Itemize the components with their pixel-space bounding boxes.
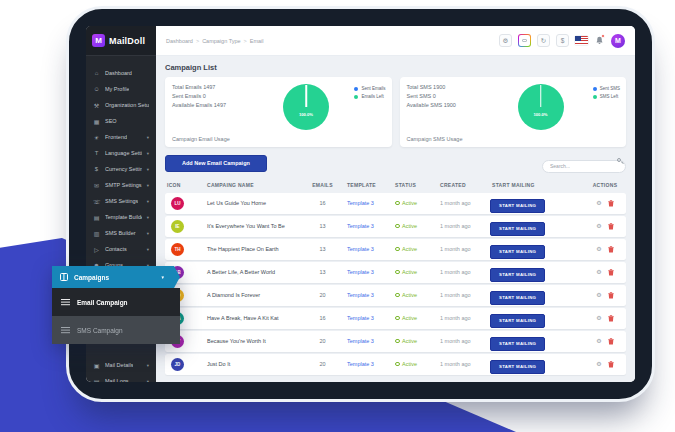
- delete-button[interactable]: [608, 246, 614, 253]
- start-mailing-cell: START MAILING: [490, 354, 584, 374]
- table-row: JDJust Do It20Template 3Active1 month ag…: [165, 354, 626, 375]
- search-input[interactable]: [542, 160, 626, 173]
- row-settings-icon[interactable]: ⚙: [596, 269, 601, 275]
- sidebar-item-seo[interactable]: ▦SEO: [86, 113, 156, 129]
- emails-count: 20: [300, 338, 345, 344]
- delete-button[interactable]: [608, 223, 614, 230]
- template-icon: ▤: [93, 214, 100, 221]
- template-link[interactable]: Template 3: [345, 200, 393, 206]
- row-settings-icon[interactable]: ⚙: [596, 246, 601, 252]
- delete-button[interactable]: [608, 292, 614, 299]
- start-mailing-button[interactable]: START MAILING: [490, 268, 545, 282]
- template-link[interactable]: Template 3: [345, 361, 393, 367]
- notifications-bell-icon[interactable]: [594, 35, 605, 46]
- sidebar-item-sms-settings[interactable]: ☏SMS Settings▾: [86, 193, 156, 209]
- theme-icon[interactable]: [518, 34, 531, 47]
- legend-entry: SMS Left: [593, 94, 620, 99]
- menu-item-sms-campaign[interactable]: SMS Campaign: [52, 316, 180, 344]
- start-mailing-button[interactable]: START MAILING: [490, 199, 545, 213]
- brand-logo[interactable]: M MailDoll: [86, 26, 156, 56]
- sidebar-item-template-builder[interactable]: ▤Template Builder▾: [86, 209, 156, 225]
- settings-icon[interactable]: ⚙: [499, 34, 512, 47]
- email-pie-chart: 100.0%: [283, 84, 329, 130]
- sidebar-item-label: Template Builder: [105, 214, 142, 220]
- row-settings-icon[interactable]: ⚙: [596, 223, 601, 229]
- sidebar-item-label: Contacts: [105, 246, 127, 252]
- campaign-avatar: JD: [171, 358, 184, 371]
- sidebar-item-frontend[interactable]: ☀Frontend▾: [86, 129, 156, 145]
- status-badge: Active: [393, 361, 438, 367]
- legend-dot: [593, 95, 597, 99]
- legend-label: Emails Left: [361, 94, 383, 99]
- start-mailing-button[interactable]: START MAILING: [490, 291, 545, 305]
- profile-avatar[interactable]: M: [611, 34, 625, 48]
- pie-percentage-label: 100.0%: [283, 112, 329, 117]
- campaign-table: LULet Us Guide You Home16Template 3Activ…: [165, 193, 626, 375]
- row-settings-icon[interactable]: ⚙: [596, 361, 601, 367]
- delete-button[interactable]: [608, 200, 614, 207]
- sidebar-item-contacts[interactable]: ▷Contacts▾: [86, 241, 156, 257]
- delete-button[interactable]: [608, 338, 614, 345]
- pie-slice: 100.0%: [518, 84, 564, 130]
- table-row: ADA Diamond Is Forever20Template 3Active…: [165, 285, 626, 306]
- breadcrumb-item[interactable]: Email: [250, 38, 264, 44]
- start-mailing-button[interactable]: START MAILING: [490, 314, 545, 328]
- template-link[interactable]: Template 3: [345, 246, 393, 252]
- sidebar-item-language-settings[interactable]: TLanguage Settings▾: [86, 145, 156, 161]
- template-link[interactable]: Template 3: [345, 269, 393, 275]
- row-actions: ⚙: [584, 315, 626, 322]
- add-new-email-campaign-button[interactable]: Add New Email Campaign: [165, 155, 267, 172]
- sidebar-item-currency-settings[interactable]: $Currency Settings▾: [86, 161, 156, 177]
- currency-icon[interactable]: $: [556, 34, 569, 47]
- start-mailing-button[interactable]: START MAILING: [490, 337, 545, 351]
- row-settings-icon[interactable]: ⚙: [596, 292, 601, 298]
- breadcrumb-item[interactable]: Dashboard: [166, 38, 193, 44]
- start-mailing-button[interactable]: START MAILING: [490, 360, 545, 374]
- column-header: START MAILING: [490, 182, 584, 188]
- start-mailing-button[interactable]: START MAILING: [490, 245, 545, 259]
- created-at: 1 month ago: [438, 246, 490, 252]
- campaigns-flyout: Campaigns ▾ Email Campaign SMS Campaign: [52, 266, 180, 344]
- delete-button[interactable]: [608, 361, 614, 368]
- status-label: Active: [402, 361, 417, 367]
- sidebar-item-my-profile[interactable]: ☺My Profile: [86, 81, 156, 97]
- template-link[interactable]: Template 3: [345, 223, 393, 229]
- us-flag-icon[interactable]: [575, 36, 588, 45]
- template-link[interactable]: Template 3: [345, 315, 393, 321]
- template-link[interactable]: Template 3: [345, 292, 393, 298]
- status-ring-icon: [395, 201, 400, 206]
- start-mailing-cell: START MAILING: [490, 216, 584, 236]
- start-mailing-cell: START MAILING: [490, 331, 584, 351]
- sidebar-item-dashboard[interactable]: ⌂Dashboard: [86, 65, 156, 81]
- sidebar-item-mail-logs[interactable]: ▤Mail Logs▾: [86, 373, 156, 382]
- sidebar-item-label: Organization Setup: [105, 102, 149, 108]
- sidebar-item-smtp-settings[interactable]: ✉SMTP Settings▾: [86, 177, 156, 193]
- chevron-down-icon: ▾: [147, 199, 149, 204]
- status-label: Active: [402, 200, 417, 206]
- chevron-down-icon: ▾: [161, 274, 172, 280]
- sidebar-item-mail-details[interactable]: ▣Mail Details▾: [86, 357, 156, 373]
- sidebar-item-sms-builder[interactable]: ▥SMS Builder▾: [86, 225, 156, 241]
- sidebar-item-label: Currency Settings: [105, 166, 142, 172]
- emails-count: 13: [300, 246, 345, 252]
- menu-item-email-campaign[interactable]: Email Campaign: [52, 288, 180, 316]
- row-settings-icon[interactable]: ⚙: [596, 338, 601, 344]
- start-mailing-cell: START MAILING: [490, 262, 584, 282]
- delete-button[interactable]: [608, 315, 614, 322]
- breadcrumb-separator: >: [244, 38, 247, 44]
- delete-button[interactable]: [608, 269, 614, 276]
- breadcrumb-item[interactable]: Campaign Type: [202, 38, 240, 44]
- row-settings-icon[interactable]: ⚙: [596, 200, 601, 206]
- sidebar-item-organization-setup[interactable]: ⚒Organization Setup: [86, 97, 156, 113]
- sidebar-item-campaigns[interactable]: Campaigns ▾: [52, 266, 180, 288]
- envelope-icon: ✉: [93, 182, 100, 189]
- row-settings-icon[interactable]: ⚙: [596, 315, 601, 321]
- start-mailing-button[interactable]: START MAILING: [490, 222, 545, 236]
- campaigns-icon: [60, 273, 68, 281]
- usage-stat-line: Sent Emails 0: [172, 92, 385, 101]
- template-link[interactable]: Template 3: [345, 338, 393, 344]
- home-icon: ⌂: [93, 70, 100, 76]
- created-at: 1 month ago: [438, 315, 490, 321]
- refresh-icon[interactable]: ↻: [537, 34, 550, 47]
- chevron-down-icon: ▾: [147, 215, 149, 220]
